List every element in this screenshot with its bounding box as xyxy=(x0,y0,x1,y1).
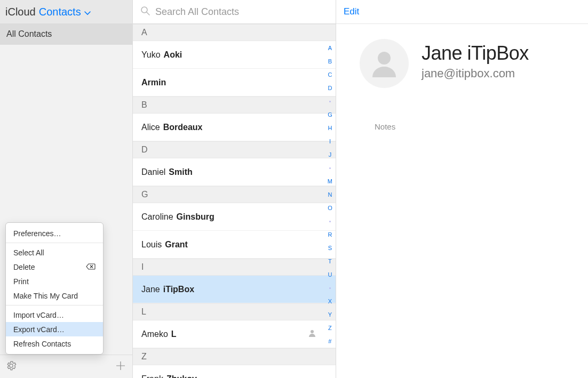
avatar-icon xyxy=(360,39,409,88)
alpha-index-item[interactable]: • xyxy=(329,215,331,228)
edit-button[interactable]: Edit xyxy=(344,6,359,17)
menu-refresh-contacts[interactable]: Refresh Contacts xyxy=(6,336,103,351)
contact-list[interactable]: AYukoAokiArminBAliceBordeauxDDanielSmith… xyxy=(133,24,336,378)
contact-last-name: Grant xyxy=(165,240,188,250)
alpha-index-item[interactable]: M xyxy=(328,175,332,188)
contact-name: Jane iTipBox xyxy=(422,42,529,65)
alpha-index-item[interactable]: O xyxy=(328,202,332,215)
menu-label: Make This My Card xyxy=(13,292,78,300)
section-header: D xyxy=(133,141,336,158)
svg-point-2 xyxy=(311,330,314,333)
section-header: I xyxy=(133,259,336,276)
contact-last-name: Ginsburg xyxy=(177,212,214,222)
contact-first-name: Yuko xyxy=(141,50,161,60)
sidebar-footer xyxy=(0,355,132,378)
alpha-index-item[interactable]: Z xyxy=(328,321,332,335)
contact-row[interactable]: YukoAoki xyxy=(133,41,336,69)
menu-import-vcard[interactable]: Import vCard… xyxy=(6,308,103,322)
menu-export-vcard[interactable]: Export vCard… xyxy=(6,322,103,336)
menu-print[interactable]: Print xyxy=(6,274,103,288)
contact-row[interactable]: FrankZhukov xyxy=(133,365,336,378)
menu-preferences[interactable]: Preferences… xyxy=(6,226,103,240)
menu-separator xyxy=(6,305,103,305)
section-header: G xyxy=(133,186,336,203)
contact-row[interactable]: LouisGrant xyxy=(133,231,336,259)
sidebar: iCloud Contacts All Contacts Preferences… xyxy=(0,0,132,378)
contact-first-name: Caroline xyxy=(141,212,173,222)
alpha-index-item[interactable]: • xyxy=(329,95,331,108)
search-row xyxy=(133,0,336,24)
menu-delete[interactable]: Delete xyxy=(6,260,103,274)
alpha-index-item[interactable]: N xyxy=(328,188,332,202)
alpha-index-item[interactable]: H xyxy=(328,122,332,135)
alpha-index-item[interactable]: G xyxy=(328,108,332,122)
menu-label: Import vCard… xyxy=(13,311,64,319)
menu-label: Export vCard… xyxy=(13,325,65,334)
alpha-index-item[interactable]: • xyxy=(329,282,331,295)
gear-icon[interactable] xyxy=(5,360,17,374)
contact-row[interactable]: DanielSmith xyxy=(133,158,336,186)
contact-row[interactable]: JaneiTipBox xyxy=(133,276,336,303)
contact-first-name: Louis xyxy=(141,240,162,250)
avatar-wrap xyxy=(357,39,411,88)
alpha-index-item[interactable]: B xyxy=(328,55,332,68)
alpha-index-item[interactable]: S xyxy=(328,242,332,255)
svg-point-3 xyxy=(378,52,391,65)
menu-separator xyxy=(6,243,103,243)
alpha-index-item[interactable]: C xyxy=(328,68,332,82)
menu-make-my-card[interactable]: Make This My Card xyxy=(6,288,103,303)
section-header: Z xyxy=(133,348,336,365)
search-icon xyxy=(140,6,150,18)
section-header: B xyxy=(133,96,336,114)
alpha-index-item[interactable]: J xyxy=(329,148,332,162)
contact-row[interactable]: CarolineGinsburg xyxy=(133,203,336,231)
contact-first-name: Frank xyxy=(141,374,163,379)
alpha-index-item[interactable]: X xyxy=(328,295,332,308)
alpha-index-item[interactable]: # xyxy=(328,335,331,348)
chevron-down-icon xyxy=(84,6,91,18)
contact-row[interactable]: Armin xyxy=(133,69,336,96)
contacts-pane: AYukoAokiArminBAliceBordeauxDDanielSmith… xyxy=(132,0,336,378)
app-name: Contacts xyxy=(39,6,81,18)
contact-row[interactable]: AliceBordeaux xyxy=(133,114,336,141)
alpha-index-item[interactable]: A xyxy=(328,42,332,55)
contact-last-name: Smith xyxy=(169,167,192,177)
notes-row: Notes xyxy=(336,122,588,131)
section-header: L xyxy=(133,303,336,320)
contact-first-name: Daniel xyxy=(141,167,165,177)
detail-pane: Edit Jane iTipBox jane@itipbox.com Notes xyxy=(336,0,588,378)
app-header: iCloud Contacts xyxy=(0,0,132,24)
contact-name-single: Armin xyxy=(141,78,166,87)
contact-last-name: iTipBox xyxy=(163,285,194,294)
brand-label: iCloud xyxy=(5,6,36,18)
menu-label: Refresh Contacts xyxy=(13,340,71,348)
alpha-index-item[interactable]: T xyxy=(328,255,332,268)
contact-headline: Jane iTipBox jane@itipbox.com xyxy=(422,42,529,88)
section-header: A xyxy=(133,24,336,41)
alpha-index-item[interactable]: D xyxy=(328,82,332,95)
contact-email: jane@itipbox.com xyxy=(422,67,529,81)
search-input[interactable] xyxy=(155,6,328,18)
alpha-index-item[interactable]: R xyxy=(328,228,332,242)
contact-first-name: Jane xyxy=(141,285,160,294)
alpha-index-item[interactable]: I xyxy=(329,135,331,148)
add-icon[interactable] xyxy=(114,359,127,374)
notes-label: Notes xyxy=(375,122,395,131)
contact-row[interactable]: AmekoL xyxy=(133,320,336,348)
app-switcher[interactable]: Contacts xyxy=(39,6,91,18)
contact-last-name: Zhukov xyxy=(166,374,197,379)
contact-last-name: Aoki xyxy=(164,50,182,60)
contact-first-name: Alice xyxy=(141,123,160,132)
menu-select-all[interactable]: Select All xyxy=(6,245,103,260)
detail-body: Jane iTipBox jane@itipbox.com xyxy=(336,24,588,88)
contact-last-name: L xyxy=(171,329,177,339)
menu-label: Preferences… xyxy=(13,229,61,238)
sidebar-item-all-contacts[interactable]: All Contacts xyxy=(0,24,132,45)
contact-first-name: Ameko xyxy=(141,329,168,339)
alpha-index-item[interactable]: U xyxy=(328,268,332,282)
alpha-index[interactable]: ABCD•GHIJ•MNO•RSTU•XYZ# xyxy=(328,42,332,348)
alpha-index-item[interactable]: Y xyxy=(328,308,332,321)
menu-label: Delete xyxy=(13,263,35,271)
menu-label: Print xyxy=(13,277,29,286)
alpha-index-item[interactable]: • xyxy=(329,162,331,175)
